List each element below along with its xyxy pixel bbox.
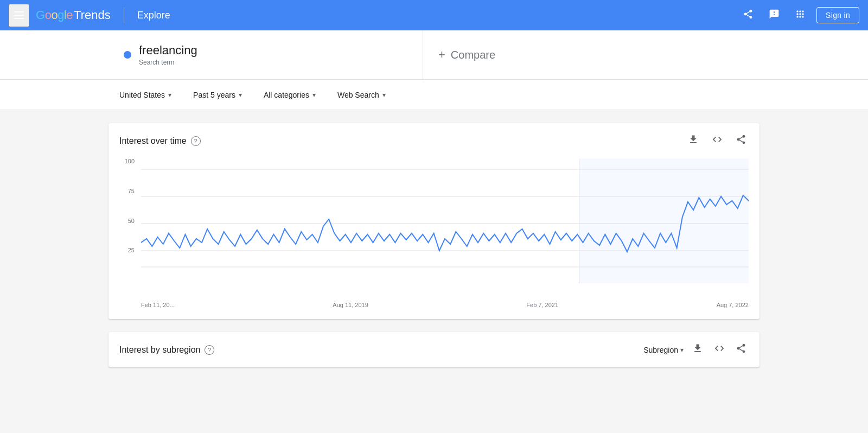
chart-container: 100 75 50 25 0 Feb 11, 20... Aug 11, 201… [108,158,760,319]
interest-over-time-help-icon[interactable]: ? [191,136,201,146]
header-divider [124,7,124,23]
subregion-download-icon-button[interactable] [690,341,705,359]
search-term-text: freelancing [139,43,197,58]
compare-label: Compare [451,49,495,61]
location-label: United States [119,91,165,99]
trend-chart-svg [141,158,749,283]
interest-over-time-header: Interest over time ? [108,123,760,158]
location-filter[interactable]: United States ▾ [108,80,182,110]
subregion-help-icon[interactable]: ? [205,345,214,355]
share-card-icon-button[interactable] [733,132,749,150]
category-arrow-icon: ▾ [312,91,316,99]
x-label-2: Aug 11, 2019 [333,302,368,308]
location-arrow-icon: ▾ [168,91,171,99]
y-label-25: 25 [119,247,135,253]
share-icon-button[interactable] [738,4,758,27]
main-content: Interest over time ? [0,110,868,393]
time-range-arrow-icon: ▾ [239,91,242,99]
card-actions [686,132,749,150]
subregion-arrow-icon: ▾ [680,346,684,354]
y-axis: 100 75 50 25 0 [119,158,139,300]
interest-over-time-title: Interest over time [119,136,187,146]
subregion-share-icon-button[interactable] [733,341,749,359]
download-icon-button[interactable] [686,132,701,150]
interest-over-time-card: Interest over time ? [108,123,760,319]
category-label: All categories [264,91,309,99]
compare-box[interactable]: + Compare [423,30,760,79]
x-label-1: Feb 11, 20... [141,302,175,308]
subregion-card-header: Interest by subregion ? Subregion ▾ [108,332,760,367]
subregion-title-group: Interest by subregion ? [119,345,214,355]
time-range-label: Past 5 years [193,91,235,99]
card-title-group: Interest over time ? [119,136,201,146]
google-trends-logo[interactable]: Google Trends [36,8,111,22]
app-header: Google Trends Explore Sign in [0,0,868,30]
subregion-right-actions: Subregion ▾ [643,341,749,359]
x-axis: Feb 11, 20... Aug 11, 2019 Feb 7, 2021 A… [119,300,749,308]
svg-rect-0 [14,11,24,12]
category-filter[interactable]: All categories ▾ [253,80,327,110]
search-right-spacer [760,30,868,79]
x-label-4: Aug 7, 2022 [717,302,749,308]
y-label-50: 50 [119,218,135,224]
sign-in-button[interactable]: Sign in [816,7,859,23]
apps-icon-button[interactable] [790,4,810,27]
trends-logo-text: Trends [74,8,111,22]
search-term-type: Search term [139,59,197,66]
y-label-100: 100 [119,158,135,164]
search-type-filter[interactable]: Web Search ▾ [327,80,397,110]
menu-icon[interactable] [9,4,29,27]
explore-label: Explore [137,10,170,21]
google-logo-text: Google [36,8,73,22]
chart-area: 100 75 50 25 0 [119,158,749,300]
embed-code-icon-button[interactable] [710,132,725,150]
search-term-dot [124,51,131,59]
search-type-arrow-icon: ▾ [382,91,386,99]
subregion-title: Interest by subregion [119,345,200,355]
svg-rect-1 [14,15,24,16]
search-left-spacer [0,30,108,79]
subregion-dropdown[interactable]: Subregion ▾ [643,346,684,354]
y-label-75: 75 [119,188,135,194]
subregion-select-label: Subregion [643,346,678,354]
search-term-info: freelancing Search term [139,43,197,66]
time-range-filter[interactable]: Past 5 years ▾ [182,80,253,110]
search-type-label: Web Search [337,91,379,99]
filters-section: United States ▾ Past 5 years ▾ All categ… [0,80,868,110]
svg-rect-2 [14,18,24,19]
search-term-box: freelancing Search term [108,30,423,79]
interest-by-subregion-card: Interest by subregion ? Subregion ▾ [108,332,760,367]
compare-plus-icon: + [438,48,445,62]
search-section: freelancing Search term + Compare [0,30,868,80]
feedback-icon-button[interactable] [764,4,784,27]
x-label-3: Feb 7, 2021 [526,302,558,308]
subregion-embed-icon-button[interactable] [712,341,727,359]
